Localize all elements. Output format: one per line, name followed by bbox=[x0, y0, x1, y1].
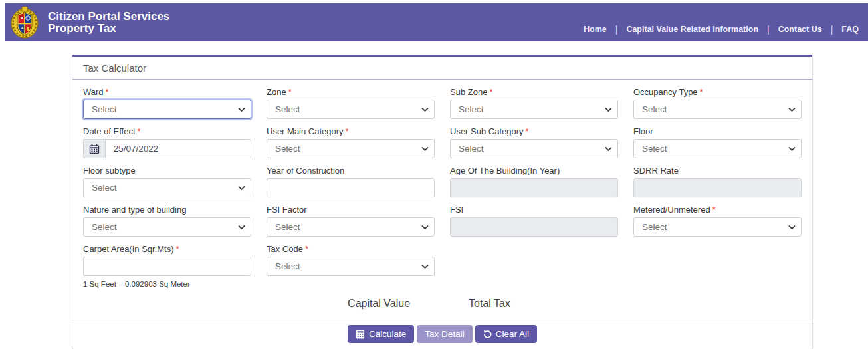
header-nav: Home | Capital Value Related Information… bbox=[584, 24, 868, 41]
age-of-building-input bbox=[450, 178, 618, 197]
calendar-icon[interactable] bbox=[83, 139, 105, 158]
field-floor-subtype: Floor subtype Select bbox=[83, 166, 251, 197]
tax-code-select[interactable]: Select bbox=[267, 257, 435, 276]
fsi-label: FSI bbox=[450, 205, 618, 215]
field-user-sub-category: User Sub Category* Select bbox=[450, 126, 618, 158]
floor-subtype-select[interactable]: Select bbox=[83, 178, 251, 197]
fsi-factor-label: FSI Factor bbox=[267, 205, 435, 215]
field-user-main-category: User Main Category* Select bbox=[267, 126, 435, 158]
field-tax-code: Tax Code* Select bbox=[267, 244, 435, 288]
tax-code-label: Tax Code* bbox=[267, 244, 435, 254]
field-nature-and-type-of-building: Nature and type of building Select bbox=[83, 205, 251, 237]
metered-unmetered-select[interactable]: Select bbox=[633, 217, 802, 237]
carpet-area-label: Carpet Area(In Sqr.Mts)* bbox=[83, 244, 251, 254]
sdrr-rate-input bbox=[633, 178, 802, 197]
ward-select[interactable]: Select bbox=[83, 100, 251, 119]
required-asterisk: * bbox=[489, 87, 492, 97]
zone-select[interactable]: Select bbox=[267, 100, 435, 119]
nature-and-type-of-building-select[interactable]: Select bbox=[83, 217, 251, 237]
nav-separator: | bbox=[831, 24, 833, 35]
field-date-of-effect: Date of Effect* bbox=[83, 126, 251, 158]
tax-calculator-form: Ward* Select Zone* Select Sub Zone* Sele… bbox=[72, 80, 812, 310]
app-title: Citizen Portal Services Property Tax bbox=[48, 11, 169, 35]
year-of-construction-label: Year of Construction bbox=[267, 166, 435, 175]
total-tax-label: Total Tax bbox=[469, 298, 510, 310]
carpet-area-input[interactable] bbox=[83, 257, 251, 276]
results-row: Capital Value Total Tax bbox=[56, 298, 802, 310]
year-of-construction-input[interactable] bbox=[267, 178, 435, 197]
required-asterisk: * bbox=[346, 126, 349, 136]
tax-detail-button[interactable]: Tax Detail bbox=[417, 325, 472, 343]
sqfeet-conversion-note: 1 Sq Feet = 0.092903 Sq Meter bbox=[83, 280, 251, 288]
calculator-icon bbox=[356, 330, 365, 339]
age-of-building-label: Age Of The Building(In Year) bbox=[450, 166, 618, 175]
nav-separator: | bbox=[615, 24, 618, 35]
nav-capital-value-related-information[interactable]: Capital Value Related Information bbox=[626, 25, 758, 34]
calculate-button[interactable]: Calculate bbox=[348, 325, 414, 343]
fsi-factor-select[interactable]: Select bbox=[267, 217, 435, 237]
field-metered-unmetered: Metered/Unmetered* Select bbox=[633, 205, 802, 237]
field-sub-zone: Sub Zone* Select bbox=[450, 87, 618, 119]
user-sub-category-label: User Sub Category* bbox=[450, 126, 618, 136]
field-ward: Ward* Select bbox=[83, 87, 251, 119]
required-asterisk: * bbox=[305, 244, 308, 254]
field-fsi-factor: FSI Factor Select bbox=[267, 205, 435, 237]
clear-all-button[interactable]: Clear All bbox=[475, 325, 537, 343]
occupancy-type-label: Occupancy Type* bbox=[633, 87, 802, 97]
date-of-effect-input[interactable] bbox=[105, 139, 251, 158]
empty-cell bbox=[450, 244, 618, 288]
field-age-of-building: Age Of The Building(In Year) bbox=[450, 166, 618, 197]
nav-faq[interactable]: FAQ bbox=[841, 25, 859, 34]
app-title-line1: Citizen Portal Services bbox=[48, 11, 169, 23]
field-fsi: FSI bbox=[450, 205, 618, 237]
field-zone: Zone* Select bbox=[267, 87, 435, 119]
sdrr-rate-label: SDRR Rate bbox=[633, 166, 802, 175]
capital-value-label: Capital Value bbox=[348, 298, 410, 310]
field-carpet-area: Carpet Area(In Sqr.Mts)* 1 Sq Feet = 0.0… bbox=[83, 244, 251, 288]
required-asterisk: * bbox=[106, 87, 109, 97]
metered-unmetered-label: Metered/Unmetered* bbox=[633, 205, 802, 215]
floor-subtype-label: Floor subtype bbox=[83, 166, 251, 175]
field-year-of-construction: Year of Construction bbox=[267, 166, 435, 197]
required-asterisk: * bbox=[138, 126, 141, 136]
occupancy-type-select[interactable]: Select bbox=[633, 100, 802, 119]
app-title-line2: Property Tax bbox=[48, 23, 169, 35]
user-sub-category-select[interactable]: Select bbox=[450, 139, 618, 158]
sub-zone-select[interactable]: Select bbox=[450, 100, 618, 119]
required-asterisk: * bbox=[700, 87, 703, 97]
empty-cell bbox=[633, 244, 802, 288]
municipal-logo-icon bbox=[8, 5, 41, 41]
required-asterisk: * bbox=[712, 205, 716, 215]
nav-home[interactable]: Home bbox=[584, 25, 607, 34]
card-footer: Calculate Tax Detail Clear All bbox=[72, 320, 812, 349]
required-asterisk: * bbox=[288, 87, 292, 97]
nav-contact-us[interactable]: Contact Us bbox=[778, 25, 822, 34]
fsi-input bbox=[450, 217, 618, 237]
user-main-category-select[interactable]: Select bbox=[267, 139, 435, 158]
nav-separator: | bbox=[767, 24, 770, 35]
card-title: Tax Calculator bbox=[72, 57, 812, 80]
nature-and-type-of-building-label: Nature and type of building bbox=[83, 205, 251, 215]
floor-select[interactable]: Select bbox=[633, 139, 802, 158]
field-occupancy-type: Occupancy Type* Select bbox=[633, 87, 802, 119]
undo-icon bbox=[483, 330, 492, 338]
floor-label: Floor bbox=[633, 126, 802, 136]
tax-calculator-card: Tax Calculator Ward* Select Zone* Select… bbox=[72, 55, 813, 349]
app-header: Citizen Portal Services Property Tax Hom… bbox=[5, 3, 868, 41]
user-main-category-label: User Main Category* bbox=[267, 126, 435, 136]
required-asterisk: * bbox=[526, 126, 529, 136]
field-sdrr-rate: SDRR Rate bbox=[633, 166, 802, 197]
required-asterisk: * bbox=[176, 244, 179, 254]
field-floor: Floor Select bbox=[633, 126, 802, 158]
zone-label: Zone* bbox=[267, 87, 435, 97]
sub-zone-label: Sub Zone* bbox=[450, 87, 618, 97]
ward-label: Ward* bbox=[83, 87, 251, 97]
date-of-effect-label: Date of Effect* bbox=[83, 126, 251, 136]
